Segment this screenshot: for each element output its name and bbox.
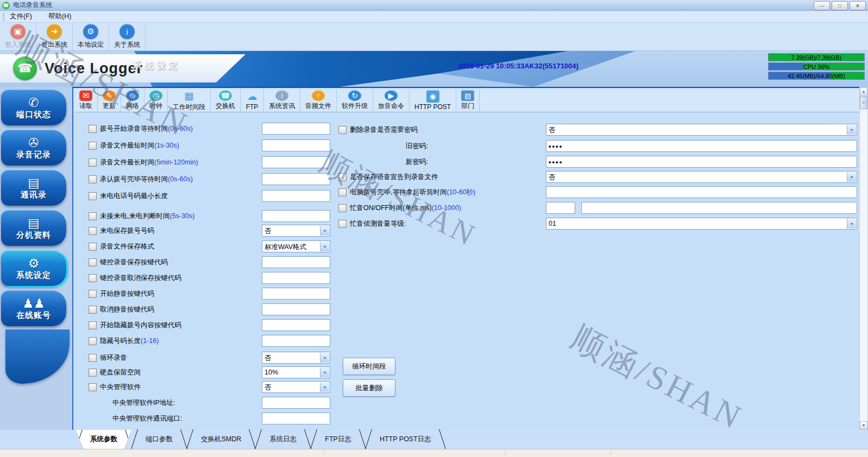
checkbox[interactable] [89,306,97,314]
tab-系统参数[interactable]: 系统参数 [76,430,131,449]
form-row: 删除录音是否需要密码 [338,124,418,136]
checkbox[interactable] [89,383,97,391]
minimize-button[interactable]: — [814,1,830,10]
menu-help[interactable]: 帮助(H) [48,12,71,21]
dropdown-value: 否 [549,173,556,182]
toolbar-button-logout[interactable]: ➜登出系统 [36,23,73,50]
toolbar-item-update[interactable]: ✎更新 [98,89,121,112]
text-input[interactable] [262,139,330,151]
scrollbar-thumb[interactable]: ≡ [860,96,867,109]
tab-系统日志[interactable]: 系统日志 [255,430,311,449]
text-input[interactable] [262,123,330,135]
toolbar-item-software-upgrade[interactable]: ↻软件升级 [337,89,373,112]
toolbar-item-work-periods[interactable]: ▦工作时间段 [168,89,211,112]
sidebar: ✆端口状态✇录音记录▤通讯录▤分机资料⚙系统设定♟♟在线账号 [0,87,72,449]
checkbox[interactable] [89,142,97,150]
tab-FTP日志[interactable]: FTP日志 [311,430,366,449]
checkbox[interactable] [338,220,347,228]
text-input[interactable] [581,202,857,214]
checkbox[interactable] [338,173,347,181]
close-button[interactable]: ✕ [850,1,866,10]
sidebar-item-contacts[interactable]: ▤通讯录 [1,170,66,206]
toolbar-item-clock[interactable]: ◷时钟 [144,89,168,112]
dropdown-value: 否 [549,126,556,135]
dropdown[interactable]: 否▼ [546,124,857,136]
field-label: 中央管理软件通讯端口: [112,414,182,423]
dropdown[interactable]: 否▼ [262,381,330,393]
text-input[interactable] [262,303,330,315]
dropdown[interactable]: 否▼ [262,225,330,237]
checkbox[interactable] [89,158,97,167]
checkbox[interactable] [89,192,97,200]
dropdown[interactable]: 否▼ [546,171,857,183]
field-hint: (5min-120min) [154,158,198,166]
dropdown[interactable]: 否▼ [262,352,330,364]
text-input[interactable] [262,210,330,222]
field-label: 键控录音保存按键代码 [100,258,168,267]
checkbox[interactable] [89,274,97,282]
checkbox[interactable] [89,175,97,183]
toolbar-item-network[interactable]: ⊕网络 [121,89,144,112]
dropdown[interactable]: 标准WAV格式▼ [262,240,330,252]
form-row: 来电电话号码最小长度 [89,190,168,202]
text-input[interactable] [262,190,330,202]
text-input[interactable] [262,173,330,185]
restore-button[interactable]: □ [832,1,848,10]
dropdown[interactable]: 10%▼ [262,366,330,378]
text-input[interactable] [262,319,330,331]
tab-端口参数[interactable]: 端口参数 [131,430,187,449]
toolbar-item-audio-files[interactable]: ↑音频文件 [300,89,337,112]
sidebar-item-online-accounts[interactable]: ♟♟在线账号 [1,290,66,326]
password-input[interactable] [546,140,857,152]
text-input[interactable] [262,156,330,168]
toolbar-item-pbx[interactable]: ☎交换机 [211,89,241,112]
toolbar-button-local-settings[interactable]: ⚙本地设定 [73,23,109,50]
toolbar-button-about[interactable]: i关于系统 [109,23,146,50]
toolbar-item-read[interactable]: ✉读取 [74,89,98,112]
checkbox[interactable] [89,243,97,251]
checkbox[interactable] [89,125,97,133]
toolbar-item-ftp[interactable]: ☁FTP [241,89,264,112]
checkbox[interactable] [89,212,97,220]
vertical-scrollbar[interactable]: ▲ ≡ ▼ [859,87,868,430]
tab-HTTP POST日志[interactable]: HTTP POST日志 [366,430,445,449]
text-input[interactable] [262,412,330,424]
toolbar-item-http-post[interactable]: ◉HTTP POST [410,89,456,112]
checkbox[interactable] [89,354,97,362]
checkbox[interactable] [89,369,97,377]
toolbar-item-system-info[interactable]: i系统资讯 [264,89,300,112]
checkbox[interactable] [89,258,97,266]
checkbox[interactable] [89,290,97,298]
text-input[interactable] [262,397,330,409]
checkbox[interactable] [338,188,347,196]
dropdown-value: 标准WAV格式 [265,243,306,252]
toolbar-item-play-command[interactable]: ▶放音命令 [373,89,410,112]
sidebar-decoration [5,329,70,384]
checkbox[interactable] [89,227,97,235]
checkbox[interactable] [338,204,347,212]
checkbox[interactable] [89,337,97,345]
checkbox[interactable] [89,321,97,329]
sidebar-item-recordings[interactable]: ✇录音记录 [1,130,66,166]
checkbox[interactable] [338,126,347,134]
scroll-up-icon[interactable]: ▲ [860,87,867,96]
menu-file[interactable]: 文件(F) [10,12,32,21]
password-input[interactable] [546,156,857,168]
sidebar-item-system-settings[interactable]: ⚙系统设定 [1,250,66,286]
text-input[interactable] [546,202,575,214]
text-input[interactable] [546,186,857,198]
text-input[interactable] [262,272,330,284]
loop-periods-button[interactable]: 循环时间段 [343,358,395,375]
scroll-down-icon[interactable]: ▼ [860,421,867,429]
meter-1: CPU 36% [768,62,865,71]
sidebar-item-extensions[interactable]: ▤分机资料 [1,210,66,246]
text-input[interactable] [262,335,330,347]
field-label: 硬盘保留空间 [100,368,141,377]
sidebar-item-port-status[interactable]: ✆端口状态 [1,90,66,125]
dropdown[interactable]: 01▼ [546,218,857,230]
text-input[interactable] [262,288,330,300]
tab-交换机SMDR[interactable]: 交换机SMDR [187,430,255,449]
toolbar-item-department[interactable]: ▤部门 [456,89,480,112]
batch-delete-button[interactable]: 批量删除 [343,379,395,397]
text-input[interactable] [262,256,330,268]
